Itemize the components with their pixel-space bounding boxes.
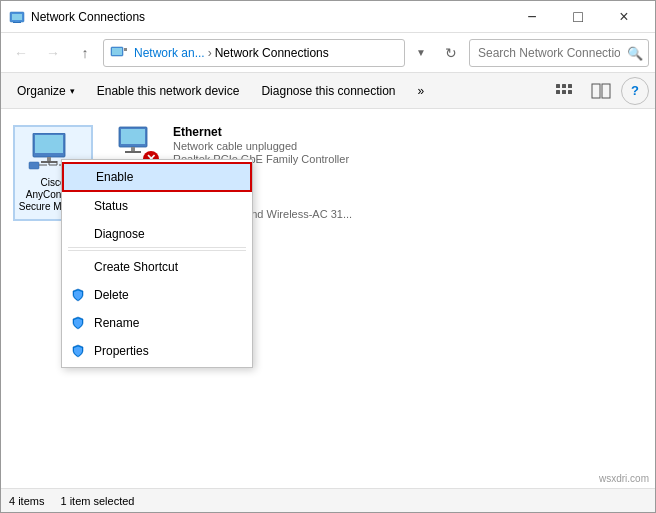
watermark: wsxdri.com	[599, 473, 649, 484]
svg-rect-6	[124, 48, 127, 51]
selected-count-status: 1 item selected	[60, 495, 134, 507]
up-button[interactable]: ↑	[71, 39, 99, 67]
organize-button[interactable]: Organize ▾	[7, 77, 85, 105]
diagnose-connection-button[interactable]: Diagnose this connection	[251, 77, 405, 105]
svg-rect-1	[12, 14, 22, 20]
context-menu-diagnose[interactable]: Diagnose	[62, 220, 252, 248]
svg-rect-2	[15, 20, 19, 22]
view-options-button[interactable]	[549, 77, 581, 105]
toolbar: Organize ▾ Enable this network device Di…	[1, 73, 655, 109]
context-menu-enable[interactable]: Enable	[62, 162, 252, 192]
minimize-button[interactable]: −	[509, 1, 555, 33]
ethernet-status: Network cable unplugged	[173, 140, 349, 152]
maximize-button[interactable]: □	[555, 1, 601, 33]
close-button[interactable]: ×	[601, 1, 647, 33]
preview-pane-button[interactable]	[585, 77, 617, 105]
enable-network-device-button[interactable]: Enable this network device	[87, 77, 250, 105]
svg-rect-12	[568, 90, 572, 94]
address-field[interactable]: Network an... › Network Connections	[103, 39, 405, 67]
context-menu-status[interactable]: Status	[62, 192, 252, 220]
svg-rect-16	[35, 135, 63, 153]
svg-rect-28	[131, 147, 135, 151]
svg-rect-9	[568, 84, 572, 88]
address-dropdown-button[interactable]: ▼	[409, 39, 433, 67]
context-menu-rename[interactable]: Rename	[62, 309, 252, 337]
svg-rect-7	[556, 84, 560, 88]
search-wrapper: 🔍	[469, 39, 649, 67]
context-menu-create-shortcut[interactable]: Create Shortcut	[62, 253, 252, 281]
context-menu-delete[interactable]: Delete	[62, 281, 252, 309]
toolbar-right: ?	[549, 77, 649, 105]
breadcrumb-separator: ›	[208, 46, 212, 60]
status-bar: 4 items 1 item selected	[1, 488, 655, 512]
svg-rect-29	[125, 151, 141, 153]
refresh-button[interactable]: ↻	[437, 39, 465, 67]
ethernet-name: Ethernet	[173, 125, 349, 139]
shield-icon-properties	[70, 343, 86, 359]
window-title: Network Connections	[31, 10, 509, 24]
window-icon	[9, 9, 25, 25]
svg-rect-3	[13, 22, 21, 23]
shield-icon-delete	[70, 287, 86, 303]
context-menu: Enable Status Diagnose Create Shortcut	[61, 159, 253, 368]
help-button[interactable]: ?	[621, 77, 649, 105]
svg-rect-19	[29, 162, 39, 169]
window-controls: − □ ×	[509, 1, 647, 33]
svg-rect-8	[562, 84, 566, 88]
more-toolbar-button[interactable]: »	[408, 77, 435, 105]
back-button[interactable]: ←	[7, 39, 35, 67]
address-icon	[110, 44, 128, 62]
shield-icon-rename	[70, 315, 86, 331]
svg-rect-5	[112, 48, 122, 55]
forward-button[interactable]: →	[39, 39, 67, 67]
context-menu-separator1	[68, 250, 246, 251]
svg-rect-27	[121, 129, 145, 144]
breadcrumb-current: Network Connections	[215, 46, 329, 60]
content-area: Cisco AnyConnect Secure Mobility Enable …	[1, 109, 655, 488]
title-bar: Network Connections − □ ×	[1, 1, 655, 33]
search-input[interactable]	[469, 39, 649, 67]
main-window: Network Connections − □ × ← → ↑ Network …	[0, 0, 656, 513]
breadcrumb-parent[interactable]: Network an...	[134, 46, 205, 60]
item-count-status: 4 items	[9, 495, 44, 507]
context-menu-properties[interactable]: Properties	[62, 337, 252, 365]
svg-rect-14	[602, 84, 610, 98]
svg-rect-13	[592, 84, 600, 98]
address-bar: ← → ↑ Network an... › Network Connection…	[1, 33, 655, 73]
svg-rect-11	[562, 90, 566, 94]
svg-rect-10	[556, 90, 560, 94]
